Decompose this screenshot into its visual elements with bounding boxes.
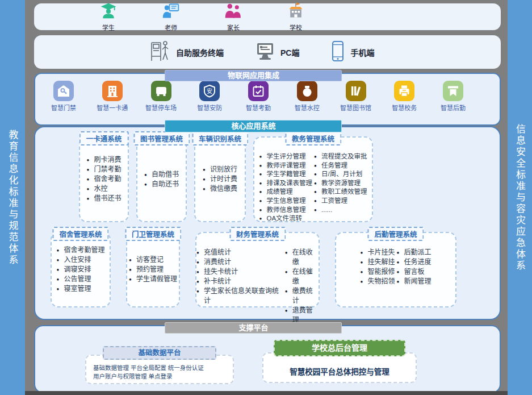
svg-text:安: 安	[207, 88, 212, 94]
school-backend-body: 智慧校园平台总体把控与管理	[262, 352, 417, 383]
bullet-icon: ●	[314, 161, 317, 171]
bullet-icon: ●	[129, 255, 132, 265]
iot-onecard: 智慧一卡通	[92, 81, 133, 112]
diagram-main: 学生 老师	[34, 0, 501, 395]
system-feature-item: ●访客登记	[129, 255, 177, 265]
system-card-title: 教务管理系统	[285, 131, 341, 145]
right-standards-bar: 信息安全标准与容灾应急体系	[508, 0, 532, 395]
iot-label: 智慧门禁	[51, 103, 76, 112]
iot-label: 智慧停车场	[145, 103, 177, 112]
system-feature-item: ●挂失解挂	[360, 257, 395, 267]
system-feature-item: ●教师评课管理	[259, 161, 313, 171]
terminal-label: PC端	[280, 47, 299, 58]
system-card-title: 财务管理系统	[229, 227, 286, 241]
bullet-icon: ●	[285, 267, 288, 277]
bullet-icon: ●	[314, 206, 317, 215]
base-data-platform-title: 基础数据平台	[103, 346, 216, 360]
system-feature-item: ●任务进度	[397, 257, 432, 267]
bullet-icon: ●	[86, 165, 89, 174]
core-row-top: 一卡通系统●刷卡消费●门禁考勤●宿舍考勤●水控●借书还书图书管理系统●自助借书●…	[79, 136, 500, 222]
system-feature-item: ●学生信息管理	[259, 197, 313, 206]
bullet-icon: ●	[196, 286, 199, 296]
bullet-icon: ●	[259, 170, 262, 179]
system-feature-item: ●学生学籍管理	[259, 170, 313, 179]
system-feature-item: ●自助借书	[144, 170, 179, 180]
system-card: 后勤管理系统●卡片挂失●挂失解挂●智能报修●失物招领●后勤派工●任务进度●留言板…	[335, 232, 456, 307]
iot-label: 智慧水控	[295, 103, 320, 112]
bullet-icon: ●	[129, 275, 132, 284]
banner-icon	[443, 81, 463, 101]
kiosk-icon	[149, 39, 171, 65]
bullet-icon: ●	[259, 161, 262, 171]
system-feature-item: ●缴费统计	[285, 286, 319, 306]
iot-section: 物联网应用集成 智慧门禁	[34, 73, 501, 126]
user-parents: 家长	[219, 2, 248, 32]
system-card-title: 车辆识别系统	[192, 131, 248, 145]
school-backend-title: 学校总后台管理	[274, 340, 405, 356]
iot-section-banner: 物联网应用集成	[165, 70, 342, 81]
books-icon	[346, 81, 366, 101]
system-card: 门卫管理系统●访客登记●预约管理●学生请假管理	[126, 232, 180, 307]
water-jar-icon	[297, 81, 317, 101]
iot-library: 智慧图书馆	[336, 81, 376, 112]
bullet-icon: ●	[314, 179, 317, 188]
bullet-icon: ●	[285, 286, 288, 296]
user-teacher: 老师	[157, 2, 185, 32]
system-feature-item: ●学生请假管理	[129, 275, 177, 284]
core-section: 核心应用系统 一卡通系统●刷卡消费●门禁考勤●宿舍考勤●水控●借书还书图书管理系…	[34, 126, 501, 320]
iot-label: 智慧一卡通	[97, 103, 128, 112]
bullet-icon: ●	[397, 257, 400, 267]
bullet-icon: ●	[360, 257, 363, 267]
system-feature-item: ●卡片挂失	[360, 248, 395, 257]
parents-icon	[224, 2, 242, 22]
system-feature-item: ●教师信息管理	[259, 206, 313, 215]
bottom-shadow-strip	[25, 391, 508, 395]
system-feature-item: ●刷卡消费	[86, 155, 121, 165]
system-feature-item: ●入住安排	[56, 255, 104, 265]
system-feature-item: ●识别放行	[203, 165, 237, 174]
system-feature-item: ●排课及课表管理	[259, 179, 313, 188]
pc-icon	[255, 41, 275, 63]
system-card: 一卡通系统●刷卡消费●门禁考勤●宿舍考勤●水控●借书还书	[79, 136, 129, 222]
support-section: 支撑平台 基础数据平台 基础数据管理 平台全局配置 统一身份认证 用户账户与权限…	[34, 325, 501, 393]
left-standards-bar: 教育信息化标准与规范体系	[0, 0, 25, 395]
system-feature-item: ●宿舍考勤	[86, 174, 121, 184]
system-card-body: ●识别放行●计时计费●微信缴费	[195, 138, 245, 221]
bullet-icon: ●	[259, 179, 262, 188]
school-icon	[287, 2, 305, 22]
terminal-kiosk: 自助服务终端	[149, 39, 224, 65]
building-icon	[102, 81, 123, 101]
system-feature-item: ●学生评分管理	[259, 152, 313, 161]
system-feature-item: ●公告管理	[56, 275, 104, 284]
system-feature-item: ●流程提交及审批	[314, 152, 367, 161]
bullet-icon: ●	[397, 267, 400, 277]
user-student: 学生	[94, 2, 123, 32]
system-feature-item: ●后勤派工	[397, 248, 432, 257]
right-standards-label: 信息安全标准与容灾应急体系	[513, 124, 527, 272]
bullet-icon: ●	[56, 265, 59, 275]
bullet-icon: ●	[259, 188, 262, 197]
system-feature-item: ●教学资源管理	[314, 179, 367, 188]
system-feature-item: ●日/周、月计划	[314, 170, 367, 179]
system-feature-item: ●微信缴费	[203, 184, 237, 194]
bullet-icon: ●	[56, 275, 59, 284]
door-access-icon	[53, 81, 74, 101]
bullet-icon: ●	[144, 180, 147, 189]
shield-icon: 安	[199, 81, 220, 101]
smart-campus-architecture-diagram: 教育信息化标准与规范体系 信息安全标准与容灾应急体系 学生	[0, 0, 532, 395]
system-feature-item: ●任务管理	[314, 161, 367, 171]
system-feature-item: ●智能报修	[360, 267, 395, 277]
iot-label: 智慧考勤	[246, 103, 271, 112]
system-feature-item: ●水控	[86, 184, 121, 194]
user-label: 学生	[102, 23, 115, 32]
bullet-icon: ●	[203, 184, 206, 194]
system-feature-item: ●调寝安排	[56, 265, 104, 275]
system-feature-item: ●自助还书	[144, 180, 179, 189]
system-card: 车辆识别系统●识别放行●计时计费●微信缴费	[194, 136, 246, 222]
terminal-label: 自助服务终端	[176, 47, 224, 58]
system-feature-item: ●计时计费	[203, 174, 237, 184]
system-feature-item: ●学生家长信息关联查询统计	[196, 286, 283, 306]
iot-door-access: 智慧门禁	[43, 81, 84, 112]
bullet-icon: ●	[56, 255, 59, 265]
bullet-icon: ●	[314, 188, 317, 197]
